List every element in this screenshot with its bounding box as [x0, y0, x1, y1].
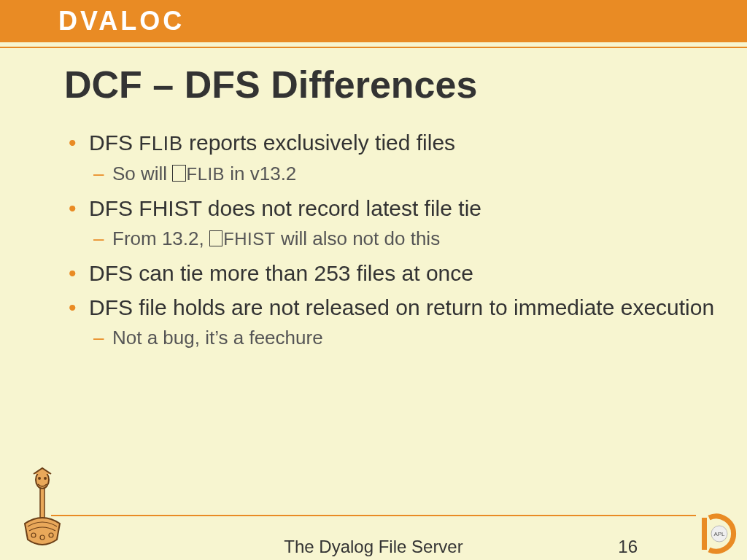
bullet-2-sub-post: will also not do this — [276, 228, 440, 249]
bullet-1-sub-code: FLIB — [187, 164, 225, 184]
svg-rect-7 — [702, 518, 707, 550]
bullet-3-text: DFS can tie more than 253 files at once — [89, 261, 473, 285]
viking-ship-icon — [20, 467, 64, 554]
bullet-4-text: DFS file holds are not released on retur… — [89, 295, 714, 319]
bullet-1-pre: DFS — [89, 131, 139, 155]
brand-logo-text: DVALOC — [58, 6, 185, 36]
bullet-1-post: reports exclusively tied files — [183, 131, 455, 155]
quad-icon — [209, 230, 222, 246]
slide-header: DVALOC — [0, 0, 747, 42]
bullet-2-sub-code: FHIST — [223, 229, 276, 249]
svg-point-2 — [44, 477, 47, 480]
slide-title: DCF – DFS Differences — [64, 63, 747, 106]
bullet-1-code: FLIB — [139, 132, 182, 155]
bullet-2-sub-pre: From 13.2, — [112, 228, 209, 249]
apl-logo-icon: APL — [702, 513, 743, 554]
bullet-3: DFS can tie more than 253 files at once — [64, 259, 747, 289]
footer-divider — [51, 515, 696, 516]
bullet-4-sub: Not a bug, it’s a feechure — [89, 325, 747, 351]
footer-title: The Dyalog File Server — [284, 537, 462, 557]
apl-label: APL — [713, 531, 725, 537]
bullet-2-sub: From 13.2, FHIST will also not do this — [89, 226, 747, 252]
quad-icon — [172, 165, 185, 181]
svg-point-1 — [38, 477, 41, 480]
bullet-2-text: DFS FHIST does not record latest file ti… — [89, 196, 481, 220]
header-underline — [0, 47, 747, 48]
slide-content: DFS FLIB reports exclusively tied files … — [64, 128, 747, 351]
bullet-4: DFS file holds are not released on retur… — [64, 293, 747, 351]
page-number: 16 — [618, 537, 638, 557]
bullet-1-sub-pre: So will — [112, 163, 172, 184]
bullet-1-sub: So will FLIB in v13.2 — [89, 161, 747, 187]
bullet-4-sub-text: Not a bug, it’s a feechure — [112, 327, 323, 349]
bullet-1: DFS FLIB reports exclusively tied files … — [64, 128, 747, 187]
bullet-1-sub-post: in v13.2 — [225, 163, 296, 184]
bullet-2: DFS FHIST does not record latest file ti… — [64, 194, 747, 252]
